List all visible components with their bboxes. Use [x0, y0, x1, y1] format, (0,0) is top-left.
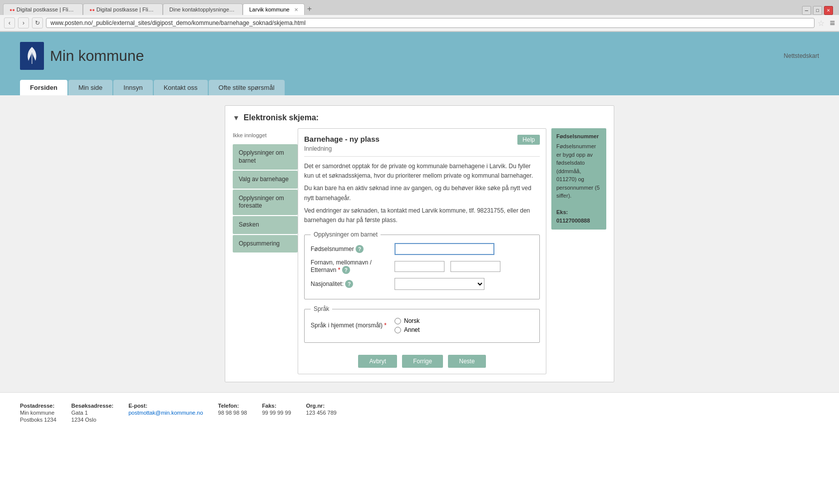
form-buttons: Avbryt Forrige Neste — [304, 351, 540, 368]
intro-para-3: Ved endringer av søknaden, ta kontakt me… — [304, 206, 540, 225]
help-panel-title: Fødselsnummer — [556, 133, 601, 139]
site-logo: Min kommune — [20, 42, 144, 70]
epost-val[interactable]: postmottak@min.kommune.no — [128, 410, 203, 416]
fornavn-input[interactable] — [395, 261, 444, 272]
epost-label: E-post: — [128, 403, 203, 409]
sidebar-opplysninger-barn[interactable]: Opplysninger om barnet — [233, 144, 298, 170]
sprak-radio-group: Norsk Annet — [395, 317, 420, 333]
tab-3[interactable]: Dine kontaktopplysninger ✕ — [163, 3, 243, 15]
radio-annet-label: Annet — [404, 326, 420, 333]
help-panel: Fødselsnummer Fødselsnummer er bygd opp … — [551, 128, 606, 230]
tab-1[interactable]: ●● Digital postkasse | Flickr -... ✕ — [3, 3, 83, 15]
forward-button[interactable]: › — [18, 17, 29, 28]
next-button[interactable]: Neste — [448, 355, 485, 368]
nav-min-side[interactable]: Min side — [68, 80, 112, 95]
fodselsnummer-input[interactable] — [395, 243, 494, 255]
tab-4-active[interactable]: Larvik kommune ✕ — [243, 3, 305, 15]
sidebar-opplysninger-foresatte[interactable]: Opplysninger om foresatte — [233, 190, 298, 215]
intro-para-2: Du kan bare ha en aktiv søknad inne av g… — [304, 184, 540, 203]
radio-norsk-label: Norsk — [404, 317, 420, 324]
nasjonalitet-row: Nasjonalitet: ? — [311, 278, 533, 290]
page-header: Min kommune Nettstedskart Forsiden Min s… — [0, 32, 839, 95]
sprak-fieldset: Språk Språk i hjemmet (morsmål) * Norsk — [304, 305, 540, 343]
fodselsnummer-row: Fødselsnummer ? — [311, 243, 533, 255]
site-nav: Forsiden Min side Innsyn Kontakt oss Oft… — [20, 80, 819, 95]
footer-epost: E-post: postmottak@min.kommune.no — [128, 403, 203, 423]
help-panel-body: Fødselsnummer er bygd opp av fødselsdato… — [556, 142, 601, 225]
faks-val: 99 99 99 99 — [262, 410, 291, 416]
footer-postadresse: Postadresse: Min kommune Postboks 1234 — [20, 403, 56, 423]
logo-icon — [20, 42, 44, 70]
footer-besoksadresse: Besøksadresse: Gata 1 1234 Oslo — [71, 403, 113, 423]
site-title-text: Min kommune — [50, 47, 144, 64]
browser-chrome: ●● Digital postkasse | Flickr -... ✕ ●● … — [0, 0, 839, 32]
radio-norsk-input[interactable] — [395, 318, 401, 324]
form-subtitle: Innledning — [304, 145, 540, 157]
new-tab-button[interactable]: + — [305, 3, 315, 15]
minimize-button[interactable]: ─ — [802, 6, 811, 15]
schema-main-form: Barnehage - ny plass Innledning Help Det… — [298, 128, 546, 374]
cancel-button[interactable]: Avbryt — [358, 355, 397, 368]
radio-norsk[interactable]: Norsk — [395, 317, 420, 324]
back-button[interactable]: ‹ — [4, 17, 15, 28]
besoksadresse-label: Besøksadresse: — [71, 403, 113, 409]
browser-tabs: ●● Digital postkasse | Flickr -... ✕ ●● … — [0, 0, 839, 15]
schema-title: Elektronisk skjema: — [244, 113, 319, 122]
footer-faks: Faks: 99 99 99 99 — [262, 403, 291, 423]
footer-grid: Postadresse: Min kommune Postboks 1234 B… — [20, 403, 819, 423]
sidebar-valg-barnehage[interactable]: Valg av barnehage — [233, 171, 298, 189]
barn-legend: Opplysninger om barnet — [311, 231, 381, 238]
nettstedskart-link[interactable]: Nettstedskart — [784, 52, 819, 59]
telefon-label: Telefon: — [218, 403, 247, 409]
sidebar-sosken[interactable]: Søsken — [233, 216, 298, 234]
refresh-button[interactable]: ↻ — [32, 17, 43, 28]
form-title: Barnehage - ny plass — [304, 135, 540, 143]
schema-header: ▼ Elektronisk skjema: — [233, 113, 606, 122]
help-button[interactable]: Help — [517, 135, 540, 145]
sprak-row: Språk i hjemmet (morsmål) * Norsk Annet — [311, 317, 533, 333]
bookmark-icon[interactable]: ☆ — [818, 18, 825, 28]
tab-2[interactable]: ●● Digital postkasse | Flickr -... ✕ — [83, 3, 163, 15]
main-content: ▼ Elektronisk skjema: Ikke innlogget Opp… — [0, 95, 839, 392]
faks-label: Faks: — [262, 403, 291, 409]
address-bar[interactable] — [46, 18, 815, 28]
schema-arrow-icon: ▼ — [233, 114, 240, 122]
nasjonalitet-label: Nasjonalitet: ? — [311, 280, 391, 288]
nav-ofte-stilte[interactable]: Ofte stilte spørsmål — [209, 80, 285, 95]
nasjonalitet-select[interactable] — [395, 278, 484, 290]
barn-fieldset: Opplysninger om barnet Fødselsnummer ? F… — [304, 231, 540, 299]
postadresse-label: Postadresse: — [20, 403, 56, 409]
radio-annet-input[interactable] — [395, 327, 401, 333]
fornavn-label: Fornavn, mellomnavn / Etternavn * ? — [311, 259, 391, 274]
nav-innsyn[interactable]: Innsyn — [113, 80, 152, 95]
prev-button[interactable]: Forrige — [402, 355, 443, 368]
sidebar-oppsummering[interactable]: Oppsummering — [233, 235, 298, 253]
postadresse-val1: Min kommune — [20, 410, 56, 416]
browser-nav: ‹ › ↻ ☆ ≡ — [0, 15, 839, 31]
radio-annet[interactable]: Annet — [395, 326, 420, 333]
orgnr-val: 123 456 789 — [306, 410, 337, 416]
schema-container: ▼ Elektronisk skjema: Ikke innlogget Opp… — [225, 105, 614, 382]
fornavn-help-icon[interactable]: ? — [342, 266, 350, 274]
etternavn-input[interactable] — [450, 261, 500, 272]
footer-telefon: Telefon: 98 98 98 98 — [218, 403, 247, 423]
footer-orgnr: Org.nr: 123 456 789 — [306, 403, 337, 423]
fodselsnummer-label: Fødselsnummer ? — [311, 245, 391, 253]
sprak-legend: Språk — [311, 305, 332, 312]
login-status: Ikke innlogget — [233, 128, 298, 144]
logo-svg — [24, 46, 39, 66]
fornavn-row: Fornavn, mellomnavn / Etternavn * ? — [311, 259, 533, 274]
nav-kontakt-oss[interactable]: Kontakt oss — [154, 80, 208, 95]
menu-icon[interactable]: ≡ — [830, 18, 835, 28]
postadresse-val2: Postboks 1234 — [20, 417, 56, 423]
intro-para-1: Det er samordnet opptak for de private o… — [304, 162, 540, 181]
sprak-label: Språk i hjemmet (morsmål) * — [311, 322, 391, 329]
fodselsnummer-help-icon[interactable]: ? — [356, 245, 364, 253]
close-button[interactable]: ✕ — [824, 6, 833, 15]
schema-sidebar: Ikke innlogget Opplysninger om barnet Va… — [233, 128, 298, 374]
page-footer: Postadresse: Min kommune Postboks 1234 B… — [0, 392, 839, 433]
nav-forsiden[interactable]: Forsiden — [20, 80, 67, 95]
restore-button[interactable]: □ — [813, 6, 822, 15]
nasjonalitet-help-icon[interactable]: ? — [345, 280, 353, 288]
besoksadresse-val1: Gata 1 — [71, 410, 113, 416]
